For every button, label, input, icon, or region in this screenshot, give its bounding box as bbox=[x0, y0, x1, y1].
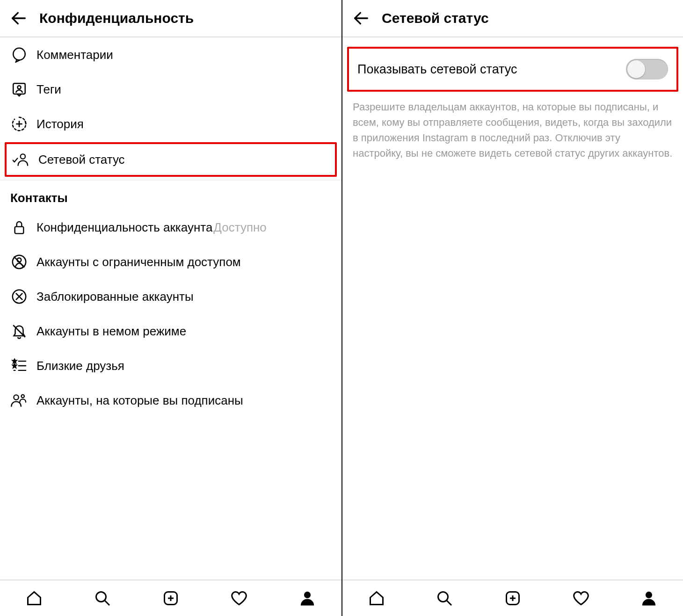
comment-icon bbox=[10, 46, 28, 64]
header: Сетевой статус bbox=[342, 0, 683, 37]
nav-home[interactable] bbox=[24, 588, 44, 609]
header: Конфиденциальность bbox=[0, 0, 342, 37]
nav-home[interactable] bbox=[366, 588, 387, 609]
search-icon bbox=[436, 590, 453, 607]
row-label: Теги bbox=[36, 82, 61, 97]
back-button[interactable] bbox=[350, 7, 372, 29]
row-restricted-accounts[interactable]: Аккаунты с ограниченным доступом bbox=[0, 245, 342, 279]
home-icon bbox=[368, 590, 385, 607]
bottom-nav bbox=[0, 580, 342, 616]
restricted-icon bbox=[10, 253, 28, 271]
row-activity-status[interactable]: Сетевой статус bbox=[7, 144, 335, 175]
row-story[interactable]: История bbox=[0, 107, 342, 141]
mute-bell-icon bbox=[10, 322, 28, 340]
search-icon bbox=[94, 590, 111, 607]
story-add-icon bbox=[10, 115, 28, 133]
toggle-knob bbox=[627, 60, 645, 78]
nav-profile[interactable] bbox=[297, 588, 318, 609]
content: Показывать сетевой статус Разрешите влад… bbox=[342, 37, 683, 580]
svg-point-3 bbox=[17, 86, 21, 89]
profile-icon bbox=[299, 590, 315, 607]
blocked-icon bbox=[10, 288, 28, 305]
row-extra: Доступно bbox=[213, 220, 266, 235]
close-friends-icon bbox=[10, 357, 28, 375]
activity-status-icon bbox=[12, 151, 30, 168]
svg-point-1 bbox=[13, 48, 25, 60]
row-account-privacy[interactable]: Конфиденциальность аккаунта Доступно bbox=[0, 210, 342, 245]
highlighted-toggle: Показывать сетевой статус bbox=[347, 47, 678, 92]
nav-profile[interactable] bbox=[639, 588, 659, 609]
content: Комментарии Теги История Сетевой статус … bbox=[0, 37, 342, 580]
svg-point-35 bbox=[646, 592, 652, 598]
nav-add[interactable] bbox=[502, 588, 523, 609]
heart-icon bbox=[572, 590, 590, 607]
svg-point-28 bbox=[304, 592, 311, 598]
svg-marker-17 bbox=[13, 364, 16, 368]
row-muted-accounts[interactable]: Аккаунты в немом режиме bbox=[0, 314, 342, 348]
toggle-label: Показывать сетевой статус bbox=[357, 62, 517, 77]
svg-marker-15 bbox=[13, 359, 16, 363]
svg-point-21 bbox=[14, 395, 18, 399]
svg-point-30 bbox=[438, 592, 448, 602]
nav-activity[interactable] bbox=[229, 588, 249, 609]
row-close-friends[interactable]: Близкие друзья bbox=[0, 348, 342, 383]
section-title-contacts: Контакты bbox=[0, 181, 342, 210]
following-icon bbox=[10, 391, 28, 409]
nav-activity[interactable] bbox=[571, 588, 591, 609]
row-comments[interactable]: Комментарии bbox=[0, 37, 342, 72]
activity-status-toggle[interactable] bbox=[626, 59, 668, 80]
row-label: Аккаунты, на которые вы подписаны bbox=[36, 393, 243, 408]
nav-search[interactable] bbox=[434, 588, 455, 609]
activity-status-screen: Сетевой статус Показывать сетевой статус… bbox=[342, 0, 683, 616]
row-tags[interactable]: Теги bbox=[0, 72, 342, 107]
svg-point-6 bbox=[21, 154, 25, 159]
row-label: История bbox=[36, 117, 84, 131]
heart-icon bbox=[230, 590, 248, 607]
row-label: Близкие друзья bbox=[36, 359, 124, 373]
svg-point-22 bbox=[22, 395, 24, 398]
row-label: Заблокированные аккаунты bbox=[36, 290, 194, 304]
page-title: Сетевой статус bbox=[382, 10, 489, 26]
add-post-icon bbox=[162, 590, 179, 607]
row-label: Аккаунты в немом режиме bbox=[36, 324, 186, 339]
privacy-screen: Конфиденциальность Комментарии Теги Исто… bbox=[0, 0, 342, 616]
arrow-left-icon bbox=[9, 9, 28, 28]
row-label: Аккаунты с ограниченным доступом bbox=[36, 255, 241, 269]
row-blocked-accounts[interactable]: Заблокированные аккаунты bbox=[0, 279, 342, 314]
row-label: Конфиденциальность аккаунта bbox=[36, 220, 212, 235]
svg-line-31 bbox=[447, 601, 452, 606]
toggle-row-show-activity: Показывать сетевой статус bbox=[349, 49, 676, 90]
add-post-icon bbox=[504, 590, 521, 607]
row-following-accounts[interactable]: Аккаунты, на которые вы подписаны bbox=[0, 383, 342, 418]
svg-line-24 bbox=[105, 601, 110, 606]
bottom-nav bbox=[342, 580, 683, 616]
home-icon bbox=[26, 590, 43, 607]
profile-icon bbox=[641, 590, 657, 607]
row-label: Сетевой статус bbox=[38, 152, 125, 167]
nav-add[interactable] bbox=[160, 588, 181, 609]
highlighted-row: Сетевой статус bbox=[5, 142, 337, 177]
nav-search[interactable] bbox=[92, 588, 113, 609]
arrow-left-icon bbox=[352, 9, 371, 28]
tag-person-icon bbox=[10, 80, 28, 98]
lock-icon bbox=[10, 218, 28, 236]
row-label: Комментарии bbox=[36, 48, 113, 62]
svg-rect-7 bbox=[15, 227, 24, 234]
setting-description: Разрешите владельцам аккаунтов, на котор… bbox=[342, 93, 683, 167]
svg-point-23 bbox=[96, 592, 106, 602]
back-button[interactable] bbox=[7, 7, 30, 29]
page-title: Конфиденциальность bbox=[39, 10, 194, 26]
